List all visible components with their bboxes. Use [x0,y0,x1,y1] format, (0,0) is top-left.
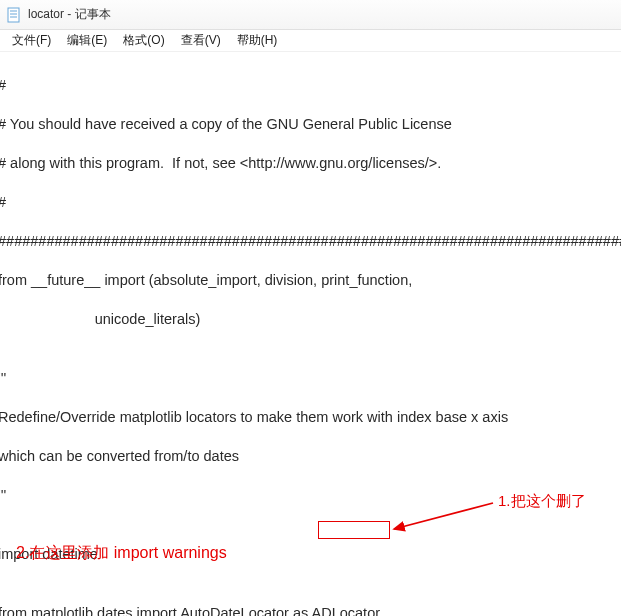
menu-format[interactable]: 格式(O) [115,30,172,51]
notepad-icon [6,7,22,23]
annotation-1: 1.把这个删了 [498,492,586,511]
code-line: # [0,193,621,213]
code-line: Redefine/Override matplotlib locators to… [0,408,621,428]
window-title: locator - 记事本 [28,6,111,23]
svg-rect-0 [8,8,19,22]
code-line: which can be converted from/to dates [0,447,621,467]
code-line: ''' [0,369,621,389]
annotation-2: 2.在这里添加 import warnings [16,543,227,564]
code-line: from matplotlib.dates import AutoDateLoc… [0,604,621,616]
menubar: 文件(F) 编辑(E) 格式(O) 查看(V) 帮助(H) [0,30,621,52]
code-line: # along with this program. If not, see <… [0,154,621,174]
code-line: unicode_literals) [0,310,621,330]
menu-edit[interactable]: 编辑(E) [59,30,115,51]
menu-view[interactable]: 查看(V) [173,30,229,51]
titlebar: locator - 记事本 [0,0,621,30]
code-line: from __future__ import (absolute_import,… [0,271,621,291]
code-line: ########################################… [0,232,621,252]
text-area[interactable]: # # You should have received a copy of t… [0,52,621,616]
menu-file[interactable]: 文件(F) [4,30,59,51]
code-line: # [0,76,621,96]
code-line: # You should have received a copy of the… [0,115,621,135]
menu-help[interactable]: 帮助(H) [229,30,286,51]
